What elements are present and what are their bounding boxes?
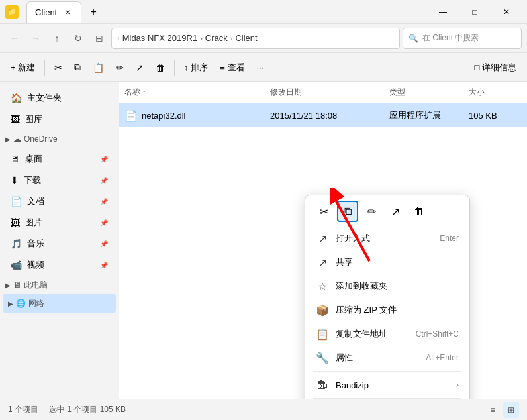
ctx-properties-shortcut: Alt+Enter [426, 353, 459, 362]
delete-button[interactable]: 🗑 [150, 57, 170, 78]
cut-icon: ✂ [54, 62, 62, 73]
ctx-bandizip-icon: 🗜 [316, 379, 329, 391]
address-path[interactable]: › Midas NFX 2019R1 › Crack › Client [111, 28, 400, 49]
view-button[interactable]: ≡ 查看 [215, 57, 250, 78]
home-icon: 🏠 [11, 93, 22, 103]
refresh-button[interactable]: ↻ [69, 29, 87, 48]
file-row-netapi32[interactable]: 📄 netapi32.dll 2015/11/21 18:08 应用程序扩展 1… [119, 103, 527, 127]
documents-icon: 📄 [11, 196, 22, 207]
toolbar: + 新建 ✂ ⧉ 📋 ✏ ↗ 🗑 ↕ 排序 ≡ 查看 ··· □ 详细信息 [0, 53, 527, 82]
ctx-compress-label: 压缩为 ZIP 文件 [336, 304, 459, 316]
sidebar-item-downloads[interactable]: ⬇ 下载 📌 [3, 170, 116, 191]
videos-icon: 📹 [11, 260, 22, 270]
view-grid-button[interactable]: ⊞ [503, 402, 519, 418]
sidebar-item-music[interactable]: 🎵 音乐 📌 [3, 233, 116, 254]
paste-icon: 📋 [93, 62, 104, 73]
sidebar-item-desktop[interactable]: 🖥 桌面 📌 [3, 148, 116, 170]
sidebar-group-thispc[interactable]: ▶ 🖥 此电脑 [0, 276, 119, 294]
ctx-copypath-item[interactable]: 📋 复制文件地址 Ctrl+Shift+C [308, 322, 467, 346]
sidebar-item-documents[interactable]: 📄 文档 📌 [3, 191, 116, 212]
ctx-cut-button[interactable]: ✂ [313, 201, 334, 222]
sidebar-item-videos-label: 视频 [27, 259, 44, 271]
maximize-button[interactable]: □ [459, 1, 490, 23]
rename-button[interactable]: ✏ [111, 57, 129, 78]
app-icon: 📁 [5, 5, 19, 19]
collapse-button[interactable]: ⊟ [90, 29, 109, 48]
col-type[interactable]: 类型 [389, 87, 469, 98]
sort-button[interactable]: ↕ 排序 [179, 57, 213, 78]
tab-client[interactable]: Client ✕ [26, 1, 81, 23]
file-icon: 📄 [124, 109, 138, 122]
file-type: 应用程序扩展 [389, 109, 469, 121]
sidebar-group-onedrive[interactable]: ▶ ☁ OneDrive [0, 130, 119, 148]
ctx-copy-button[interactable]: ⧉ [337, 201, 358, 222]
documents-pin-icon: 📌 [100, 198, 108, 205]
back-button[interactable]: ← [5, 29, 24, 48]
ctx-addfav-label: 添加到收藏夹 [336, 280, 459, 292]
onedrive-label: OneDrive [24, 134, 58, 144]
ctx-bandizip-arrow: › [456, 380, 459, 390]
ctx-compress-item[interactable]: 📦 压缩为 ZIP 文件 [308, 298, 467, 322]
cut-button[interactable]: ✂ [49, 57, 68, 78]
sidebar-group-network[interactable]: ▶ 🌐 网络 [3, 294, 116, 313]
toolbar-sep-1 [44, 60, 45, 76]
details-label: □ 详细信息 [475, 62, 516, 74]
sidebar-item-documents-label: 文档 [27, 195, 44, 207]
ctx-properties-item[interactable]: 🔧 属性 Alt+Enter [308, 346, 467, 370]
thispc-label: 此电脑 [24, 280, 48, 291]
path-sep-2: › [230, 34, 233, 42]
path-sep-1: › [200, 34, 203, 42]
copy-icon: ⧉ [74, 62, 81, 73]
ctx-share-icon: ↗ [316, 256, 329, 269]
up-button[interactable]: ↑ [48, 29, 66, 48]
ctx-open-item[interactable]: ↗ 打开方式 Enter [308, 227, 467, 250]
ctx-bandizip-item[interactable]: 🗜 Bandizip › [308, 373, 467, 397]
desktop-pin-icon: 📌 [100, 156, 108, 163]
sidebar-item-pictures[interactable]: 🖼 图片 📌 [3, 212, 116, 233]
new-button[interactable]: + 新建 [5, 57, 40, 78]
context-menu: ✂ ⧉ ✏ ↗ 🗑 ↗ 打开方式 Enter ↗ 共享 ☆ 添加到收藏夹 📦 [305, 195, 470, 399]
ctx-delete-button[interactable]: 🗑 [408, 201, 430, 222]
path-midas[interactable]: Midas NFX 2019R1 [122, 33, 197, 43]
status-bar: 1 个项目 选中 1 个项目 105 KB ≡ ⊞ [0, 399, 527, 420]
context-menu-toolbar: ✂ ⧉ ✏ ↗ 🗑 [308, 198, 467, 225]
music-icon: 🎵 [11, 238, 22, 249]
col-size[interactable]: 大小 [469, 87, 522, 98]
sidebar-item-home[interactable]: 🏠 主文件夹 [3, 87, 116, 109]
col-modified[interactable]: 修改日期 [270, 87, 389, 98]
status-selected: 选中 1 个项目 105 KB [49, 404, 126, 415]
close-button[interactable]: ✕ [491, 1, 522, 23]
ctx-addfav-item[interactable]: ☆ 添加到收藏夹 [308, 274, 467, 298]
ctx-rename-button[interactable]: ✏ [361, 201, 382, 222]
gallery-icon: 🖼 [11, 114, 20, 125]
sidebar-item-videos[interactable]: 📹 视频 📌 [3, 254, 116, 276]
forward-button[interactable]: → [26, 29, 45, 48]
file-modified: 2015/11/21 18:08 [270, 111, 389, 121]
copy-button[interactable]: ⧉ [69, 57, 86, 78]
sidebar-item-music-label: 音乐 [27, 238, 44, 250]
view-toggles: ≡ ⊞ [485, 402, 519, 418]
ctx-share-item[interactable]: ↗ 共享 [308, 250, 467, 274]
sidebar-item-gallery[interactable]: 🖼 图库 [3, 109, 116, 130]
paste-button[interactable]: 📋 [87, 57, 109, 78]
col-name[interactable]: 名称 ↑ [124, 87, 270, 98]
search-box[interactable]: 🔍 在 Client 中搜索 [403, 28, 522, 49]
details-button[interactable]: □ 详细信息 [469, 57, 522, 78]
pictures-pin-icon: 📌 [100, 219, 108, 227]
file-name-cell: 📄 netapi32.dll [124, 109, 270, 122]
more-button[interactable]: ··· [252, 57, 269, 78]
sidebar-item-desktop-label: 桌面 [25, 153, 42, 165]
ctx-share-button[interactable]: ↗ [385, 201, 406, 222]
share-button[interactable]: ↗ [130, 57, 149, 78]
ctx-compress-icon: 📦 [316, 304, 329, 317]
ctx-copypath-icon: 📋 [316, 328, 329, 341]
minimize-button[interactable]: — [428, 1, 458, 23]
path-crack[interactable]: Crack [205, 33, 228, 43]
file-size: 105 KB [469, 111, 522, 121]
tab-close-button[interactable]: ✕ [62, 7, 73, 17]
content-area: 名称 ↑ 修改日期 类型 大小 📄 netapi32.dll 2015/11/2… [119, 82, 527, 399]
new-tab-button[interactable]: + [84, 3, 103, 21]
path-client[interactable]: Client [235, 33, 257, 43]
tab-area: Client ✕ + [26, 1, 103, 23]
view-list-button[interactable]: ≡ [485, 402, 501, 418]
